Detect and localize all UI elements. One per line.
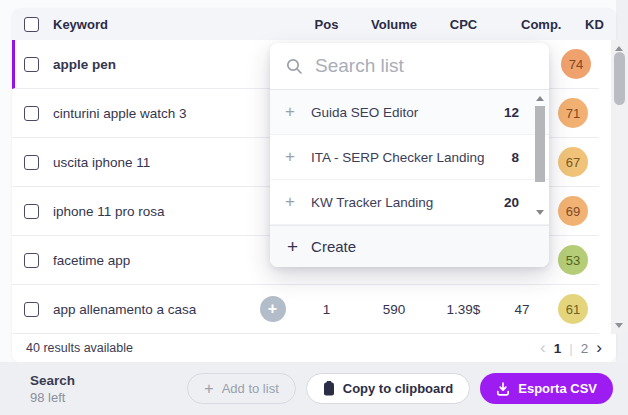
pagination-page-2[interactable]: 2 (581, 341, 589, 356)
keyword-label: uscita iphone 11 (53, 155, 150, 170)
add-to-list-circle-icon[interactable]: + (260, 296, 286, 322)
kd-cell: 53 (547, 245, 599, 275)
table-header-row: Keyword Pos Volume CPC Comp. KD (12, 8, 616, 40)
download-icon (496, 382, 510, 396)
list-item-count: 12 (504, 105, 519, 120)
row-checkbox[interactable] (24, 302, 39, 317)
list-item-label: KW Tracker Landing (311, 195, 492, 210)
keyword-label: apple pen (53, 57, 116, 72)
keyword-label: app allenamento a casa (53, 302, 196, 317)
column-label-cpc: CPC (430, 17, 497, 32)
action-buttons: + Add to list Copy to clipboard Esporta … (187, 373, 613, 404)
row-checkbox[interactable] (24, 57, 39, 72)
keyword-cell: apple pen (15, 57, 253, 72)
kd-cell: 74 (550, 49, 602, 79)
column-label-pos: Pos (295, 17, 358, 32)
create-label: Create (311, 238, 356, 255)
column-label-kd: KD (547, 17, 616, 32)
pos-value: 1 (295, 302, 358, 317)
plus-icon: + (285, 147, 299, 167)
action-bar: Search 98 left + Add to list Copy to cli… (0, 362, 628, 415)
column-label-volume: Volume (358, 17, 430, 32)
row-checkbox[interactable] (24, 204, 39, 219)
scroll-down-arrow-icon[interactable] (615, 323, 623, 328)
search-credits: Search 98 left (30, 373, 75, 405)
comp-value: 47 (497, 302, 547, 317)
keyword-label: iphone 11 pro rosa (53, 204, 165, 219)
list-item-label: ITA - SERP Checker Landing (311, 150, 499, 165)
header-cell-keyword: Keyword (12, 17, 250, 32)
keyword-cell: cinturini apple watch 3 (12, 106, 250, 121)
pagination-page-1[interactable]: 1 (554, 341, 562, 356)
plus-icon: + (287, 236, 298, 258)
scroll-up-arrow-icon[interactable] (536, 96, 544, 101)
pagination-separator: | (569, 341, 573, 356)
results-count-label: 40 results available (26, 341, 133, 355)
row-checkbox[interactable] (24, 155, 39, 170)
export-csv-button[interactable]: Esporta CSV (480, 373, 613, 404)
list-item-kw-tracker-landing[interactable]: + KW Tracker Landing 20 (270, 180, 549, 225)
kd-badge: 74 (561, 49, 591, 79)
kd-badge: 71 (558, 98, 588, 128)
column-label-comp: Comp. (497, 17, 547, 32)
kd-badge: 67 (558, 147, 588, 177)
kd-cell: 61 (547, 294, 599, 324)
keyword-label: facetime app (53, 253, 130, 268)
table-row[interactable]: app allenamento a casa + 1 590 1.39$ 47 … (12, 285, 599, 334)
export-csv-label: Esporta CSV (518, 381, 597, 396)
keyword-research-panel: Keyword Pos Volume CPC Comp. KD apple pe… (0, 0, 628, 415)
scrollbar-thumb[interactable] (614, 52, 625, 105)
copy-to-clipboard-label: Copy to clipboard (343, 381, 454, 396)
kd-cell: 67 (547, 147, 599, 177)
copy-to-clipboard-button[interactable]: Copy to clipboard (306, 373, 471, 404)
select-all-checkbox[interactable] (24, 17, 39, 32)
plus-icon: + (285, 102, 299, 122)
pagination-next-icon[interactable]: › (596, 338, 602, 358)
search-icon (286, 58, 303, 75)
keyword-label: cinturini apple watch 3 (53, 106, 187, 121)
add-to-list-label: Add to list (222, 381, 279, 396)
keyword-cell: facetime app (12, 253, 250, 268)
volume-value: 590 (358, 302, 430, 317)
list-options: + Guida SEO Editor 12 + ITA - SERP Check… (270, 90, 549, 225)
keyword-cell: iphone 11 pro rosa (12, 204, 250, 219)
keyword-cell: uscita iphone 11 (12, 155, 250, 170)
list-search-input[interactable] (315, 55, 515, 77)
keyword-cell: app allenamento a casa (12, 302, 250, 317)
list-item-guida-seo-editor[interactable]: + Guida SEO Editor 12 (270, 90, 549, 135)
add-to-list-popover: + Guida SEO Editor 12 + ITA - SERP Check… (270, 43, 549, 267)
kd-cell: 71 (547, 98, 599, 128)
column-label-keyword: Keyword (53, 17, 108, 32)
kd-cell: 69 (547, 196, 599, 226)
list-item-count: 8 (511, 150, 519, 165)
popover-scrollbar[interactable] (534, 90, 547, 225)
pagination: ‹ 1 | 2 › (540, 338, 602, 358)
create-list-button[interactable]: + Create (270, 225, 549, 267)
list-search-bar (270, 43, 549, 90)
list-item-label: Guida SEO Editor (311, 105, 492, 120)
scrollbar-thumb[interactable] (535, 106, 545, 182)
plus-icon: + (204, 380, 213, 398)
table-vertical-scrollbar[interactable] (611, 40, 628, 334)
row-add-cell: + (250, 296, 295, 322)
row-checkbox[interactable] (24, 253, 39, 268)
list-item-ita-serp-checker-landing[interactable]: + ITA - SERP Checker Landing 8 (270, 135, 549, 180)
clipboard-icon (323, 381, 335, 396)
row-checkbox[interactable] (24, 106, 39, 121)
cpc-value: 1.39$ (430, 302, 497, 317)
kd-badge: 53 (558, 245, 588, 275)
add-to-list-button[interactable]: + Add to list (187, 373, 295, 404)
kd-badge: 61 (558, 294, 588, 324)
credits-remaining: 98 left (30, 390, 75, 405)
table-footer: 40 results available ‹ 1 | 2 › (12, 334, 616, 362)
scroll-up-arrow-icon[interactable] (615, 46, 623, 51)
pagination-prev-icon[interactable]: ‹ (540, 338, 546, 358)
kd-badge: 69 (558, 196, 588, 226)
credits-title: Search (30, 373, 75, 388)
plus-icon: + (285, 192, 299, 212)
list-item-count: 20 (504, 195, 519, 210)
scroll-down-arrow-icon[interactable] (536, 210, 544, 215)
